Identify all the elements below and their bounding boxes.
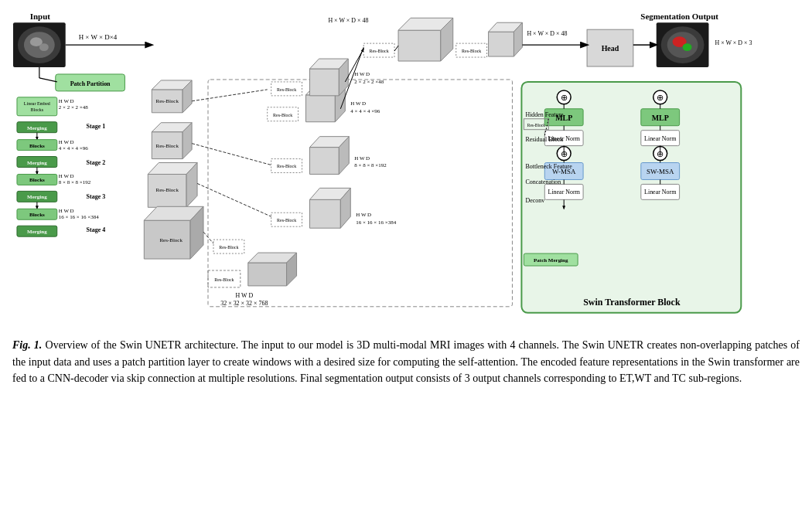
- svg-text:H    W    D: H W D: [354, 155, 370, 162]
- svg-text:H × W × D × 3: H × W × D × 3: [715, 39, 752, 46]
- stage4-label: Stage 4: [87, 226, 106, 233]
- seg-output-label: Segmentation Output: [640, 12, 718, 21]
- svg-text:H    W    D: H W D: [235, 292, 253, 299]
- svg-text:MLP: MLP: [652, 114, 669, 122]
- svg-text:Blocks: Blocks: [29, 177, 45, 183]
- brain-out-green: [683, 43, 692, 51]
- architecture-diagram: Input H × W × D×4 Patch Partition Linear…: [9, 6, 803, 331]
- caption-text: Overview of the Swin UNETR architecture.…: [12, 339, 800, 384]
- svg-text:Res-Block: Res-Block: [273, 113, 292, 117]
- svg-text:⊕: ⊕: [561, 93, 568, 102]
- dec-cube1-front: [306, 95, 336, 122]
- svg-text:Residual Block: Residual Block: [525, 136, 563, 143]
- svg-text:H  W  D: H W D: [59, 98, 74, 104]
- svg-text:Bottleneck Feature: Bottleneck Feature: [525, 163, 572, 170]
- bottleneck-cube-front: [248, 263, 287, 286]
- svg-text:Linear Embed: Linear Embed: [24, 101, 50, 106]
- dec-cube2-front: [309, 148, 339, 175]
- swin-block-title: Swin Transformer Block: [583, 297, 681, 308]
- svg-text:Res-Block: Res-Block: [155, 98, 179, 104]
- svg-text:Res-Block: Res-Block: [277, 87, 296, 92]
- svg-text:Res-Block: Res-Block: [214, 277, 234, 282]
- patch-partition-label: Patch Partition: [70, 80, 111, 87]
- svg-text:H    W    D: H W D: [356, 212, 371, 218]
- svg-text:Res-Block: Res-Block: [462, 49, 481, 53]
- svg-text:2 × 2 × 2 ×48: 2 × 2 × 2 ×48: [59, 104, 88, 110]
- svg-text:H × W × D × 48: H × W × D × 48: [328, 17, 368, 24]
- main-container: Input H × W × D×4 Patch Partition Linear…: [0, 0, 812, 510]
- brain-light2: [39, 43, 49, 51]
- svg-text:Merging: Merging: [27, 125, 47, 131]
- svg-text:16 × 16 × 16 ×384: 16 × 16 × 16 ×384: [356, 219, 396, 226]
- head-label: Head: [602, 44, 619, 53]
- fig-label: Fig. 1.: [12, 339, 42, 351]
- svg-text:Blocks: Blocks: [29, 143, 45, 149]
- svg-text:Res-Block: Res-Block: [155, 143, 179, 149]
- svg-text:⊕: ⊕: [657, 93, 664, 102]
- caption-area: Fig. 1. Overview of the Swin UNETR archi…: [9, 331, 803, 387]
- svg-text:Patch Merging: Patch Merging: [534, 257, 568, 264]
- svg-text:8 × 8 × 8 ×192: 8 × 8 × 8 ×192: [59, 179, 91, 185]
- stage3-label: Stage 3: [87, 193, 106, 200]
- svg-text:Linear Norm: Linear Norm: [644, 135, 677, 142]
- dim-hwdx4: H × W × D×4: [79, 33, 118, 41]
- h2-cube-front: [309, 69, 339, 96]
- svg-text:Deconv: Deconv: [525, 197, 544, 204]
- dec-cube3-front: [309, 199, 340, 228]
- top-cube-front: [398, 30, 441, 61]
- svg-text:Linear Norm: Linear Norm: [644, 189, 677, 196]
- svg-text:H    W    D: H W D: [350, 100, 366, 107]
- svg-text:Res-Block: Res-Block: [370, 49, 389, 53]
- svg-text:H × W × D × 48: H × W × D × 48: [527, 30, 567, 37]
- svg-text:Hidden Feature: Hidden Feature: [525, 111, 564, 118]
- svg-text:Linear Norm: Linear Norm: [548, 189, 581, 196]
- svg-text:H    W    D: H W D: [59, 208, 74, 214]
- svg-text:Res-Block: Res-Block: [219, 245, 238, 250]
- svg-text:2 × 2 × 2 ×48: 2 × 2 × 2 ×48: [354, 79, 384, 85]
- svg-text:SW-MSA: SW-MSA: [647, 168, 674, 175]
- svg-text:Res-Block: Res-Block: [159, 237, 183, 243]
- svg-text:Res-Block: Res-Block: [155, 187, 179, 193]
- svg-text:Merging: Merging: [27, 229, 47, 235]
- input-label: Input: [30, 12, 51, 21]
- svg-text:16 × 16 × 16 ×384: 16 × 16 × 16 ×384: [59, 214, 99, 220]
- svg-text:8 × 8 × 8 ×192: 8 × 8 × 8 ×192: [354, 163, 387, 169]
- svg-text:Merging: Merging: [27, 194, 47, 200]
- svg-text:H  W  D: H W D: [59, 173, 74, 179]
- svg-text:H  W  D: H W D: [59, 139, 74, 145]
- svg-text:Res-Block: Res-Block: [277, 165, 296, 169]
- stage1-label: Stage 1: [87, 123, 106, 130]
- topright-cube-front: [489, 32, 514, 56]
- diagram-area: Input H × W × D×4 Patch Partition Linear…: [9, 6, 803, 331]
- svg-text:Blocks: Blocks: [29, 212, 45, 218]
- svg-text:32 × 32 × 32 × 768: 32 × 32 × 32 × 768: [220, 300, 268, 307]
- svg-text:Res-Block: Res-Block: [527, 123, 545, 128]
- svg-text:Res-Block: Res-Block: [277, 218, 296, 223]
- stage2-label: Stage 2: [87, 159, 106, 166]
- svg-text:Blocks: Blocks: [31, 107, 44, 112]
- svg-text:H  W  D: H W D: [354, 71, 370, 77]
- svg-text:Merging: Merging: [27, 160, 47, 166]
- svg-text:4 × 4 × 4 ×96: 4 × 4 × 4 ×96: [59, 145, 88, 151]
- svg-text:Concatenation: Concatenation: [525, 178, 561, 185]
- svg-text:4 × 4 × 4 ×96: 4 × 4 × 4 ×96: [350, 108, 380, 114]
